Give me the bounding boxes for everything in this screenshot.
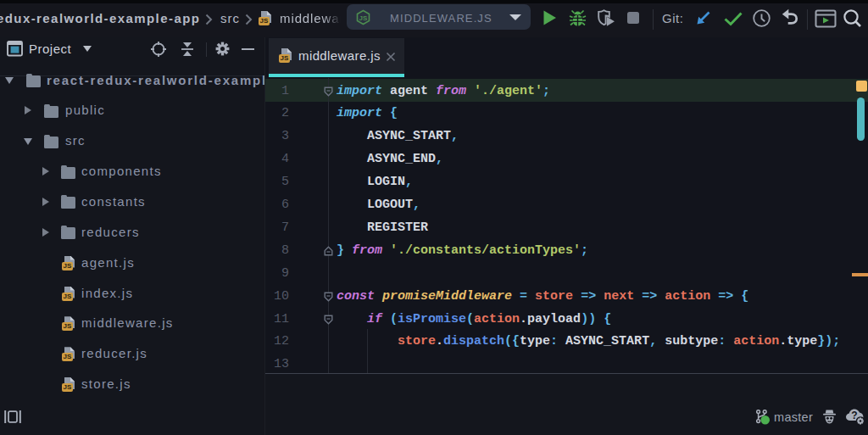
svg-text:JS: JS: [359, 14, 368, 22]
